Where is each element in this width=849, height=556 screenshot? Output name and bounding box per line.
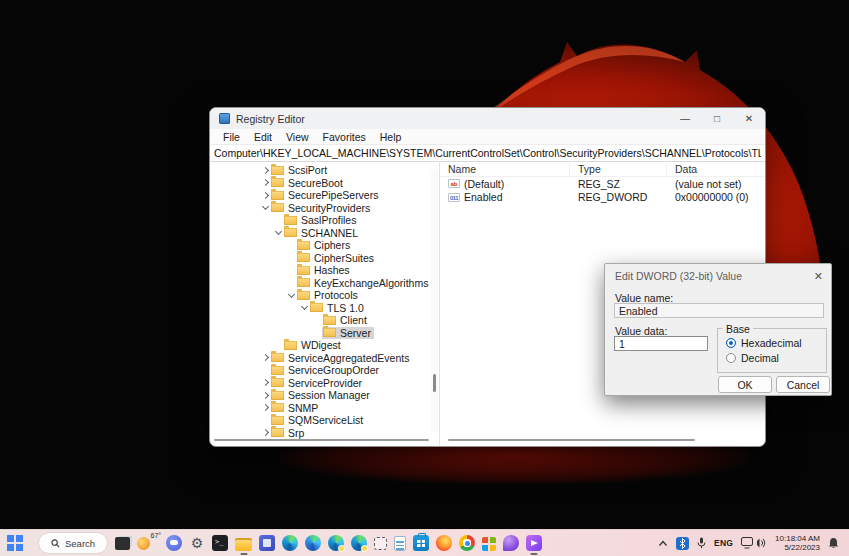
tree-item-securepipeservers[interactable]: SecurePipeServers <box>210 189 439 202</box>
explorer-icon[interactable] <box>235 538 252 551</box>
tree-item-hashes[interactable]: Hashes <box>210 264 439 277</box>
task-view-icon[interactable] <box>115 537 130 550</box>
notepad-icon[interactable] <box>394 536 406 551</box>
tree-item-scsiport[interactable]: ScsiPort <box>210 164 439 177</box>
tree-item-serviceprovider[interactable]: ServiceProvider <box>210 377 439 390</box>
maximize-button[interactable]: □ <box>701 108 733 129</box>
dialog-title-bar[interactable]: Edit DWORD (32-bit) Value ✕ <box>605 264 831 282</box>
tree-item-securityproviders[interactable]: SecurityProviders <box>210 202 439 215</box>
paint-icon[interactable] <box>503 535 519 551</box>
taskbar-clock[interactable]: 10:18:04 AM 5/22/2023 <box>775 534 820 552</box>
tree-item-protocols[interactable]: Protocols <box>210 289 439 302</box>
tree-horizontal-scrollbar[interactable] <box>214 439 427 442</box>
teams-icon[interactable] <box>259 535 275 551</box>
tree-expander-icon[interactable] <box>299 306 309 309</box>
tree-item-wdigest[interactable]: WDigest <box>210 339 439 352</box>
tree-expander-icon[interactable] <box>260 206 270 209</box>
column-header-type[interactable]: Type <box>570 161 667 176</box>
value-data-input[interactable] <box>614 336 708 351</box>
search-box[interactable]: Search <box>38 532 108 554</box>
column-header-name[interactable]: Name <box>440 161 570 176</box>
chat-icon[interactable] <box>166 535 182 551</box>
hexadecimal-radio-label: Hexadecimal <box>741 337 802 349</box>
edge-dev-icon[interactable] <box>328 535 344 551</box>
list-horizontal-scrollbar[interactable] <box>448 439 705 442</box>
value-row-enabled[interactable]: 011EnabledREG_DWORD0x00000000 (0) <box>440 191 765 205</box>
tray-overflow-chevron-icon[interactable] <box>658 540 668 547</box>
cancel-button[interactable]: Cancel <box>776 376 830 393</box>
decimal-radio[interactable]: Decimal <box>726 352 779 364</box>
tree-item-session-manager[interactable]: Session Manager <box>210 389 439 402</box>
tree-item-ciphersuites[interactable]: CipherSuites <box>210 252 439 265</box>
value-type: REG_SZ <box>570 178 667 190</box>
start-button[interactable] <box>7 535 23 551</box>
tree-item-srp[interactable]: Srp <box>210 427 439 440</box>
tree-vertical-scrollbar[interactable] <box>431 169 438 432</box>
folder-icon <box>271 378 284 387</box>
base-groupbox: Base Hexadecimal Decimal <box>717 328 827 373</box>
tree-expander-icon[interactable] <box>286 294 296 297</box>
close-button[interactable]: ✕ <box>733 108 765 129</box>
tree-item-tls-1-0[interactable]: TLS 1.0 <box>210 302 439 315</box>
tree-expander-icon[interactable] <box>260 430 270 435</box>
tree-expander-icon[interactable] <box>273 231 283 234</box>
column-header-data[interactable]: Data <box>667 161 765 176</box>
base-groupbox-label: Base <box>723 323 753 335</box>
notification-bell-icon[interactable] <box>828 537 839 549</box>
tree-item-servicegrouporder[interactable]: ServiceGroupOrder <box>210 364 439 377</box>
menu-help[interactable]: Help <box>373 131 409 143</box>
snip-icon[interactable] <box>374 537 387 550</box>
network-volume-icons[interactable] <box>741 537 767 549</box>
minimize-button[interactable]: — <box>669 108 701 129</box>
clipchamp-icon[interactable] <box>526 535 542 551</box>
tree-item-label: Ciphers <box>314 239 350 251</box>
hexadecimal-radio[interactable]: Hexadecimal <box>726 337 802 349</box>
store-icon[interactable] <box>413 535 429 551</box>
settings-icon[interactable] <box>189 535 205 551</box>
chrome-icon[interactable] <box>459 535 475 551</box>
menu-view[interactable]: View <box>279 131 316 143</box>
tree-item-client[interactable]: Client <box>210 314 439 327</box>
taskbar: Search 67° ENG <box>0 529 849 556</box>
menu-favorites[interactable]: Favorites <box>316 131 373 143</box>
tree-item-keyexchangealgorithms[interactable]: KeyExchangeAlgorithms <box>210 277 439 290</box>
tree-item-snmp[interactable]: SNMP <box>210 402 439 415</box>
firefox-icon[interactable] <box>436 535 452 551</box>
value-data: 0x00000000 (0) <box>667 191 765 203</box>
address-input[interactable] <box>210 145 765 161</box>
tree-item-sqmservicelist[interactable]: SQMServiceList <box>210 414 439 427</box>
language-indicator[interactable]: ENG <box>714 538 733 548</box>
tree-item-schannel[interactable]: SCHANNEL <box>210 227 439 240</box>
tree-item-serviceaggregatedevents[interactable]: ServiceAggregatedEvents <box>210 352 439 365</box>
tree-item-label: TLS 1.0 <box>327 302 364 314</box>
tree-item-label: SecurityProviders <box>288 202 370 214</box>
edge-canary-icon[interactable] <box>351 535 367 551</box>
bluetooth-icon[interactable] <box>676 537 689 550</box>
tree-item-ciphers[interactable]: Ciphers <box>210 239 439 252</box>
dialog-close-icon[interactable]: ✕ <box>814 271 823 282</box>
tree-expander-icon[interactable] <box>260 405 270 410</box>
tree-item-label: Protocols <box>314 289 358 301</box>
tree-item-label: SecurePipeServers <box>288 189 378 201</box>
clock-time: 10:18:04 AM <box>775 534 820 543</box>
tree-expander-icon[interactable] <box>260 193 270 198</box>
weather-icon[interactable]: 67° <box>137 535 159 551</box>
edge-icon[interactable] <box>282 535 298 551</box>
tree-expander-icon[interactable] <box>260 393 270 398</box>
menu-file[interactable]: File <box>216 131 247 143</box>
microphone-icon[interactable] <box>697 537 706 549</box>
tree-expander-icon[interactable] <box>260 355 270 360</box>
tree-item-secureboot[interactable]: SecureBoot <box>210 177 439 190</box>
value-row-default[interactable]: ab(Default)REG_SZ(value not set) <box>440 177 765 191</box>
title-bar[interactable]: Registry Editor — □ ✕ <box>210 108 765 129</box>
terminal-icon[interactable] <box>212 535 228 551</box>
tree-item-saslprofiles[interactable]: SaslProfiles <box>210 214 439 227</box>
ok-button[interactable]: OK <box>718 376 772 393</box>
tree-expander-icon[interactable] <box>260 168 270 173</box>
tree-item-server[interactable]: Server <box>210 327 439 340</box>
office-icon[interactable] <box>482 537 496 551</box>
menu-edit[interactable]: Edit <box>247 131 279 143</box>
tree-expander-icon[interactable] <box>260 180 270 185</box>
edge-beta-icon[interactable] <box>305 535 321 551</box>
tree-expander-icon[interactable] <box>260 380 270 385</box>
